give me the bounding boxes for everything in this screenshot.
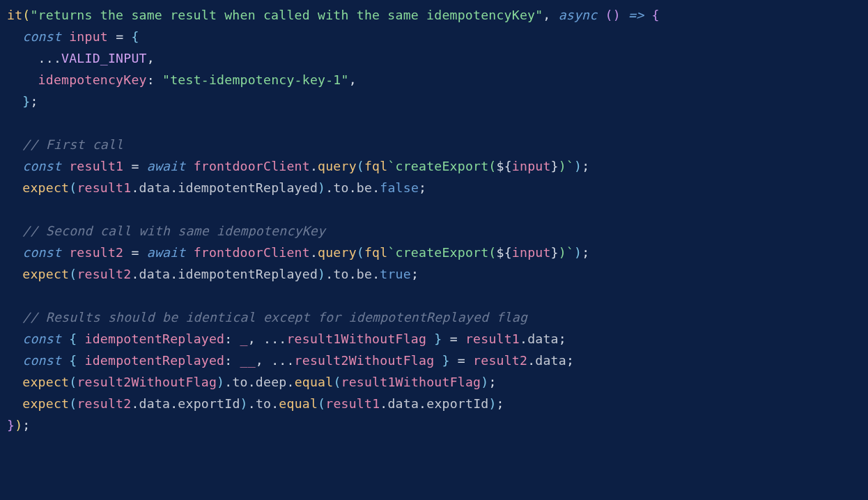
fn-expect: expect [22,375,69,389]
var-dunderscore: __ [240,353,256,368]
kw-await: await [147,245,186,260]
code-line: const { idempotentReplayed: _, ...result… [7,331,566,346]
obj-frontdoorClient: frontdoorClient [194,159,310,173]
var-underscore: _ [240,331,248,346]
var-result2: result2 [69,245,123,260]
tag-fql: fql [364,159,387,173]
bool-false: false [380,180,419,195]
prop-to: to [232,375,247,389]
interp-close: } [551,159,559,173]
prop-idempotentReplayed: idempotentReplayed [85,331,225,346]
interp-var: input [512,159,551,173]
prop-data: data [527,331,559,346]
code-line: it("returns the same result when called … [7,8,660,22]
tmpl-open: `createExport( [387,245,496,260]
prop-idempotentReplayed: idempotentReplayed [85,353,225,368]
arrow: => [628,8,644,22]
prop-deep: deep [256,375,287,389]
var-result2WithoutFlag: result2WithoutFlag [295,353,435,368]
tag-fql: fql [364,245,387,260]
arg-result2: result2 [77,267,131,281]
fn-equal: equal [279,396,318,411]
interp-open: ${ [497,245,512,260]
prop-data: data [387,396,419,411]
prop-idempotentReplayed: idempotentReplayed [178,267,318,281]
code-line: ...VALID_INPUT, [7,51,155,65]
spread: ... [38,51,61,65]
interp-var: input [512,245,551,260]
arg-result2WithoutFlag: result2WithoutFlag [77,375,217,389]
interp-open: ${ [497,159,512,173]
prop-to: to [333,180,348,195]
arg-result2: result2 [77,396,131,411]
kw-const: const [22,331,61,346]
const-valid-input: VALID_INPUT [61,51,147,65]
code-line: const result2 = await frontdoorClient.qu… [7,245,589,260]
code-line: const input = { [7,29,139,44]
colon: : [147,72,155,87]
prop-data: data [535,353,566,368]
fn-expect: expect [22,180,69,195]
comment: // First call [22,137,123,152]
code-line: expect(result1.data.idempotentReplayed).… [7,180,426,195]
code-line: idempotencyKey: "test-idempotency-key-1"… [7,72,357,87]
kw-const: const [22,353,61,368]
prop-data: data [139,396,171,411]
str-idem-key: "test-idempotency-key-1" [162,72,349,87]
prop-data: data [139,267,171,281]
method-query: query [318,159,357,173]
fn-expect: expect [22,396,69,411]
kw-const: const [22,29,61,44]
method-query: query [318,245,357,260]
code-line: // Results should be identical except fo… [7,310,527,325]
prop-idempotencyKey: idempotencyKey [38,72,147,87]
prop-be: be [357,180,372,195]
prop-to: to [333,267,348,281]
op-eq: = [116,29,123,44]
code-line: // Second call with same idempotencyKey [7,224,325,238]
tmpl-close: )` [559,245,574,260]
code-line: }; [7,94,38,109]
prop-to: to [256,396,271,411]
op-eq: = [131,245,139,260]
kw-async: async [559,8,598,22]
obj-frontdoorClient: frontdoorClient [194,245,310,260]
code-line: expect(result2.data.exportId).to.equal(r… [7,396,504,411]
code-line: expect(result2.data.idempotentReplayed).… [7,267,419,281]
fn-it: it [7,8,22,22]
fn-expect: expect [22,267,69,281]
interp-close: } [551,245,559,260]
bool-true: true [380,267,411,281]
kw-const: const [22,159,61,173]
code-line: expect(result2WithoutFlag).to.deep.equal… [7,375,497,389]
tmpl-close: )` [559,159,574,173]
prop-idempotentReplayed: idempotentReplayed [178,180,318,195]
tmpl-open: `createExport( [387,159,496,173]
fn-equal: equal [295,375,334,389]
code-line: const result1 = await frontdoorClient.qu… [7,159,589,173]
prop-data: data [139,180,171,195]
prop-be: be [357,267,372,281]
op-eq: = [131,159,139,173]
arg-result1: result1 [325,396,380,411]
kw-const: const [22,245,61,260]
comment: // Second call with same idempotencyKey [22,224,325,238]
var-result1WithoutFlag: result1WithoutFlag [286,331,426,346]
var-result2: result2 [473,353,527,368]
prop-exportId: exportId [426,396,488,411]
var-input: input [69,29,108,44]
prop-exportId: exportId [178,396,240,411]
arg-result1: result1 [77,180,131,195]
code-line: }); [7,418,30,432]
arg-result1WithoutFlag: result1WithoutFlag [341,375,481,389]
code-line: // First call [7,137,123,152]
test-title-string: "returns the same result when called wit… [30,8,543,22]
kw-await: await [147,159,186,173]
comment: // Results should be identical except fo… [22,310,527,325]
code-block: it("returns the same result when called … [0,0,868,443]
var-result1: result1 [465,331,520,346]
code-line: const { idempotentReplayed: __, ...resul… [7,353,574,368]
var-result1: result1 [69,159,123,173]
